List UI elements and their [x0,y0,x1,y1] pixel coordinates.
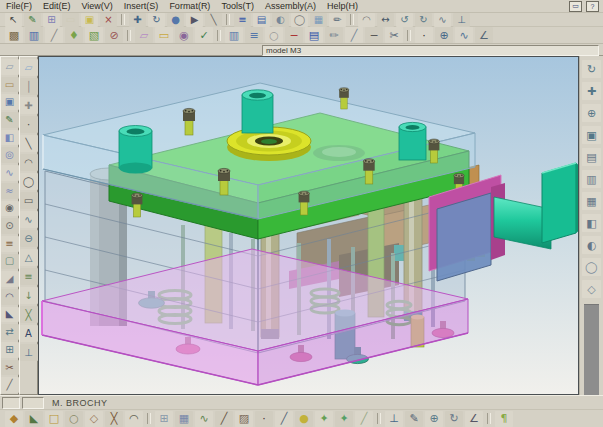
datum-plane-icon[interactable]: ⊞ [43,13,60,27]
zoom-icon[interactable]: ⊕ [435,27,453,43]
fillet-icon[interactable]: ◠ [1,289,19,305]
menu-format[interactable]: Format(R) [169,1,210,11]
pointer-icon[interactable]: ↖ [5,13,22,27]
sketch-b-icon[interactable]: ✎ [405,411,423,427]
red-dash-icon[interactable]: − [285,27,303,43]
datum-csys-icon[interactable]: ✚ [20,97,38,114]
mirror-icon[interactable]: ⇄ [1,324,19,340]
ball-icon[interactable]: ○ [265,27,283,43]
face-snap-icon[interactable]: ▨ [235,411,253,427]
scissors-icon[interactable]: ✂ [385,27,403,43]
snap-point-icon[interactable]: ◆ [5,411,23,427]
trim-icon[interactable]: ✂ [1,360,19,376]
point-tool-icon[interactable]: · [20,116,38,133]
chamfer-icon[interactable]: ◣ [1,307,19,323]
sweep-icon[interactable]: ∿ [1,165,19,181]
measure-tool-icon[interactable]: ⊥ [20,344,38,361]
address-book-icon[interactable]: ▥ [25,27,43,43]
angle-icon[interactable]: ∠ [475,27,493,43]
slash-2-icon[interactable]: ╱ [345,27,363,43]
boss-icon[interactable]: ⊙ [1,218,19,234]
slash-b-icon[interactable]: ╱ [355,411,373,427]
check-icon[interactable]: ✓ [195,27,213,43]
sketch-icon[interactable]: ✎ [24,13,41,27]
dot-green-2-icon[interactable]: ✦ [335,411,353,427]
folder-icon[interactable]: ▭ [155,27,173,43]
arc-tool-icon[interactable]: ◠ [20,154,38,171]
project-curve-icon[interactable]: ↓ [20,287,38,304]
measure-icon[interactable]: ⊥ [453,13,470,27]
draft-icon[interactable]: ◢ [1,271,19,287]
edge-snap-icon[interactable]: ╱ [215,411,233,427]
offset-curve-icon[interactable]: ≡ [20,268,38,285]
front-view-icon[interactable]: ▤ [582,148,601,166]
datum-plane-b-icon[interactable]: ▱ [20,59,38,76]
polygon-tool-icon[interactable]: △ [20,249,38,266]
rib-icon[interactable]: ≡ [1,236,19,252]
pencil-icon[interactable]: ✏ [329,13,346,27]
wcs-icon[interactable]: ⊕ [425,411,443,427]
perspective-view-icon[interactable]: ◇ [582,280,601,298]
shell-icon[interactable]: ▢ [1,254,19,270]
rotate-icon[interactable]: ↻ [148,13,165,27]
menu-edit[interactable]: Edit(E) [43,1,71,11]
menu-assembly[interactable]: Assembly(A) [265,1,316,11]
zoom-view-icon[interactable]: ⊕ [582,104,601,122]
user-icon[interactable]: ◉ [175,27,193,43]
text-tool-icon[interactable]: A [20,325,38,342]
line-2-icon[interactable]: ─ [365,27,383,43]
iso-view-icon[interactable]: ◧ [582,214,601,232]
window-restore-icon[interactable]: ▭ [569,1,582,12]
no-entry-icon[interactable]: ⊘ [105,27,123,43]
notebook-icon[interactable]: ▱ [135,27,153,43]
revolve-icon[interactable]: ◎ [1,147,19,163]
slash-icon[interactable]: ╱ [45,27,63,43]
graphics-viewport[interactable] [38,56,579,395]
undo-icon[interactable]: ↺ [396,13,413,27]
side-view-icon[interactable]: ▦ [582,192,601,210]
save-icon[interactable]: ▣ [1,94,19,110]
menu-tools[interactable]: Tools(T) [221,1,254,11]
sketch-task-icon[interactable]: ✎ [1,112,19,128]
move-icon[interactable]: ✚ [129,13,146,27]
loft-icon[interactable]: ≈ [1,183,19,199]
menu-file[interactable]: File(F) [6,1,32,11]
swatch-blank-icon[interactable]: ▭ [62,13,79,27]
redo-icon[interactable]: ↻ [415,13,432,27]
book-icon[interactable]: ▥ [225,27,243,43]
panel-icon[interactable]: ▦ [310,13,327,27]
new-icon[interactable]: ▱ [1,59,19,75]
snap-mid-icon[interactable]: □ [45,411,63,427]
note-b-icon[interactable]: ¶ [495,411,513,427]
layer-green-icon[interactable]: ▧ [85,27,103,43]
angle-b-icon[interactable]: ∠ [465,411,483,427]
snap-end-icon[interactable]: ◣ [25,411,43,427]
dimension-icon[interactable]: ↔ [377,13,394,27]
menu-view[interactable]: View(V) [82,1,113,11]
datum-axis-icon[interactable]: │ [20,78,38,95]
wireframe-view-icon[interactable]: ◯ [582,258,601,276]
vertex-snap-icon[interactable]: · [255,411,273,427]
layers-icon[interactable]: ▤ [253,13,270,27]
delete-icon[interactable]: × [100,13,117,27]
dot-yellow-icon[interactable]: ● [295,411,313,427]
stack-icon[interactable]: ≡ [245,27,263,43]
top-view-icon[interactable]: ▥ [582,170,601,188]
ortho-icon[interactable]: ⊥ [385,411,403,427]
snap-intersection-icon[interactable]: ╳ [105,411,123,427]
sphere-icon[interactable]: ● [167,13,184,27]
open-icon[interactable]: ▭ [1,77,19,93]
pan-view-icon[interactable]: ✚ [582,82,601,100]
leaf-icon[interactable]: ♦ [65,27,83,43]
redo-b-icon[interactable]: ↻ [445,411,463,427]
pencil-b-icon[interactable]: ╱ [275,411,293,427]
shaded-view-icon[interactable]: ◐ [582,236,601,254]
ellipse-tool-icon[interactable]: ⊖ [20,230,38,247]
extrude-icon[interactable]: ◧ [1,130,19,146]
select-arrow-icon[interactable]: ▶ [186,13,203,27]
view-list-icon[interactable]: ≡ [234,13,251,27]
pattern-icon[interactable]: ⊞ [1,342,19,358]
snap-quadrant-icon[interactable]: ◇ [85,411,103,427]
workplane-icon[interactable]: ▦ [175,411,193,427]
curve-icon[interactable]: ∿ [434,13,451,27]
